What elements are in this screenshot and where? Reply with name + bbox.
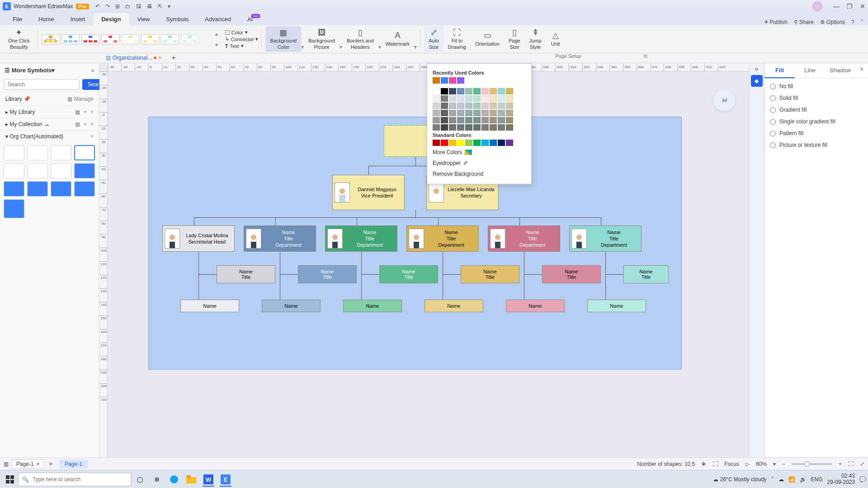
symbol-item[interactable] (4, 145, 24, 160)
org-node-sub[interactable]: NameTitle (542, 265, 601, 283)
color-swatch[interactable] (506, 124, 513, 131)
org-node-dept[interactable]: NameTitleDepartment (569, 225, 642, 252)
help-icon[interactable]: ? (851, 19, 854, 25)
pages-icon[interactable]: ▥ (4, 461, 9, 467)
org-node-dept[interactable]: NameTitleDepartment (488, 225, 560, 252)
col-grid-icon[interactable]: ▦ (75, 121, 80, 127)
fill-opt-none[interactable]: No fill (770, 80, 863, 92)
focus-icon[interactable]: ⛶ (712, 461, 718, 467)
org-node-sub[interactable]: NameTitle (461, 265, 519, 283)
zoom-in-icon[interactable]: + (839, 461, 842, 467)
color-swatch[interactable] (449, 103, 456, 109)
new-icon[interactable]: ⊞ (115, 3, 120, 9)
minimize-icon[interactable]: — (833, 3, 840, 10)
org-node-sub[interactable]: NameTitle (379, 265, 438, 283)
add-tab-button[interactable]: + (169, 54, 178, 62)
color-swatch[interactable] (481, 110, 489, 116)
color-swatch[interactable] (441, 110, 448, 116)
my-library-label[interactable]: My Library (9, 109, 35, 115)
document-tab[interactable]: ▤ Organizational... × (102, 54, 165, 62)
color-swatch[interactable] (441, 103, 448, 109)
watermark-button[interactable]: AWatermark (381, 29, 414, 49)
color-swatch[interactable] (465, 88, 472, 94)
gallery-up-icon[interactable]: ▴ (215, 31, 218, 37)
color-swatch[interactable] (490, 103, 497, 109)
menu-insert[interactable]: Insert (62, 13, 94, 25)
color-swatch[interactable] (490, 124, 497, 131)
fill-tool-icon[interactable]: ◆ (751, 75, 763, 87)
org-node-dept[interactable]: NameTitleDepartment (244, 225, 316, 252)
color-swatch[interactable] (449, 77, 456, 84)
color-swatch[interactable] (473, 124, 481, 131)
color-swatch[interactable] (457, 110, 464, 116)
taskbar-explorer-icon[interactable] (183, 472, 200, 487)
color-swatch[interactable] (465, 117, 472, 123)
tab-shadow[interactable]: Shadow (825, 63, 855, 78)
color-swatch[interactable] (465, 140, 472, 146)
org-node-leaf[interactable]: Name (343, 300, 402, 312)
color-swatch[interactable] (490, 110, 497, 116)
share-button[interactable]: ⚲ Share (794, 19, 814, 25)
org-node-leaf[interactable]: Name (587, 300, 646, 312)
theme-thumb[interactable] (121, 34, 139, 44)
fit-to-drawing-button[interactable]: ⛶Fit to Drawing (443, 26, 471, 52)
jump-style-button[interactable]: ⇞Jump Style (525, 26, 546, 52)
close-panel-icon[interactable]: ✕ (855, 63, 868, 78)
symbol-item[interactable] (27, 145, 48, 160)
library-label[interactable]: Library (5, 96, 22, 102)
page-chip[interactable]: Page-1 (59, 460, 88, 469)
color-swatch[interactable] (490, 95, 497, 102)
taskbar-search[interactable]: 🔍Type here to search (18, 473, 131, 486)
options-button[interactable]: ⚙ Options (820, 19, 845, 25)
page-setup-launcher-icon[interactable]: ⧉ (644, 53, 647, 59)
color-swatch[interactable] (473, 88, 481, 94)
undo-icon[interactable]: ↶ (95, 3, 100, 9)
one-click-beautify-button[interactable]: ✦ One Click Beautify (4, 26, 34, 52)
taskbar-edrawmax-icon[interactable]: E (217, 472, 234, 487)
expand-panel-icon[interactable]: » (755, 65, 759, 72)
org-node-dept[interactable]: Lady Cristal MolinaSecretariat Head (162, 225, 235, 252)
redo-icon[interactable]: ↷ (105, 3, 110, 9)
lib-add-icon[interactable]: + (84, 109, 87, 115)
color-swatch[interactable] (441, 95, 448, 102)
color-swatch[interactable] (449, 95, 456, 102)
orientation-button[interactable]: ▭Orientation (471, 29, 504, 49)
color-swatch[interactable] (449, 117, 456, 123)
expand-icon[interactable]: ▸ (5, 121, 8, 127)
tray-onedrive-icon[interactable]: ☁ (778, 476, 784, 483)
collapse-sidebar-icon[interactable]: « (91, 67, 94, 74)
background-picture-button[interactable]: 🖼Background Picture (304, 26, 340, 52)
zoom-slider[interactable] (792, 463, 832, 465)
fill-opt-solid[interactable]: Solid fill (770, 92, 863, 104)
search-input[interactable] (4, 79, 80, 90)
user-avatar[interactable] (812, 1, 822, 11)
tab-fill[interactable]: Fill (764, 63, 795, 78)
color-dropdown[interactable]: Color ▾ (225, 29, 259, 35)
print-icon[interactable]: 🖶 (147, 3, 152, 9)
color-swatch[interactable] (498, 103, 505, 109)
color-swatch[interactable] (465, 110, 472, 116)
color-swatch[interactable] (506, 95, 513, 102)
taskbar-cortana-icon[interactable]: ◯ (131, 472, 148, 487)
color-swatch[interactable] (481, 117, 489, 123)
remove-background-button[interactable]: Remove Background (433, 169, 526, 179)
text-dropdown[interactable]: T Text ▾ (225, 43, 259, 49)
taskbar-edge-icon[interactable] (165, 472, 183, 487)
color-swatch[interactable] (481, 88, 489, 94)
menu-home[interactable]: Home (30, 13, 62, 25)
taskbar-taskview-icon[interactable]: ⊞ (148, 472, 165, 487)
menu-advanced[interactable]: Advanced (197, 13, 239, 25)
color-swatch[interactable] (457, 88, 464, 94)
symbol-item[interactable] (74, 163, 95, 178)
symbol-item[interactable] (74, 181, 95, 197)
theme-thumb[interactable] (42, 34, 60, 44)
focus-label[interactable]: Focus (724, 461, 739, 467)
color-swatch[interactable] (449, 140, 456, 146)
theme-thumb[interactable] (161, 34, 179, 44)
taskbar-word-icon[interactable]: W (200, 472, 217, 487)
color-swatch[interactable] (498, 117, 505, 123)
color-swatch[interactable] (506, 117, 513, 123)
close-icon[interactable]: ✕ (860, 3, 865, 10)
color-swatch[interactable] (433, 110, 440, 116)
theme-thumb[interactable] (181, 34, 199, 44)
